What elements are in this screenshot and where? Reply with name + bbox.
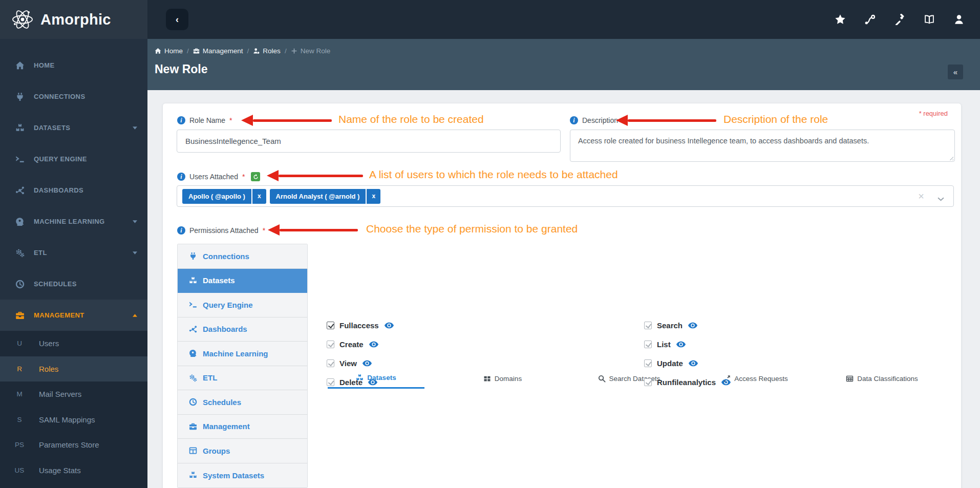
eye-icon[interactable] <box>721 379 731 386</box>
category-label: ETL <box>203 373 217 382</box>
sidebar-subitem-users[interactable]: U Users <box>0 331 147 356</box>
checkbox-checked-icon[interactable] <box>644 359 652 367</box>
info-icon[interactable]: i <box>177 173 185 181</box>
collapse-panel-button[interactable]: « <box>948 65 963 79</box>
user-tag: Arnold Analyst ( @arnold ) x <box>270 189 381 204</box>
tab-label: Access Requests <box>734 375 787 383</box>
category-label: Management <box>203 422 250 431</box>
boxes-icon <box>12 123 28 133</box>
refresh-users-icon[interactable] <box>251 172 260 181</box>
permission-option-delete: Delete <box>327 378 378 387</box>
search-icon <box>598 375 606 383</box>
permission-option-update: Update <box>644 359 698 368</box>
eye-icon[interactable] <box>688 360 698 367</box>
permission-option-runfileanalytics: Runfileanalytics <box>644 378 731 387</box>
plus-icon <box>291 48 297 54</box>
info-icon[interactable]: i <box>570 116 578 124</box>
sidebar-subitem-saml-mappings[interactable]: S SAML Mappings <box>0 407 147 433</box>
sidebar-item-connections[interactable]: CONNECTIONS <box>0 81 147 112</box>
sidebar-item-query-engine[interactable]: QUERY ENGINE <box>0 143 147 175</box>
checkbox-checked-icon[interactable] <box>644 341 652 348</box>
sidebar-subitem-usage-stats[interactable]: US Usage Stats <box>0 458 147 483</box>
sidebar-item-machine-learning[interactable]: MACHINE LEARNING <box>0 206 147 237</box>
sidebar-item-label: QUERY ENGINE <box>34 155 87 163</box>
permission-category-groups[interactable]: Groups <box>178 439 307 463</box>
clear-selection-icon[interactable]: × <box>918 191 924 201</box>
permission-option-list: List <box>644 340 686 349</box>
table-icon <box>846 375 854 383</box>
subitem-label: Parameters Store <box>39 440 99 449</box>
info-icon[interactable]: i <box>177 226 185 235</box>
permission-category-connections[interactable]: Connections <box>178 244 307 269</box>
book-icon[interactable] <box>924 14 935 25</box>
briefcase-icon <box>189 422 197 431</box>
permission-category-datasets[interactable]: Datasets <box>178 269 307 293</box>
breadcrumb-management[interactable]: Management <box>193 47 243 55</box>
sidebar-item-label: SCHEDULES <box>34 280 77 288</box>
eye-icon[interactable] <box>688 322 698 329</box>
permission-category-system-datasets[interactable]: System Datasets <box>178 463 307 488</box>
sidebar-collapse-button[interactable]: ‹ <box>166 9 188 30</box>
user-tag-label: Arnold Analyst ( @arnold ) <box>270 189 366 204</box>
gears-icon <box>12 248 28 258</box>
briefcase-icon <box>12 311 28 320</box>
sidebar-item-label: DASHBOARDS <box>34 186 83 194</box>
permission-category-dashboards[interactable]: Dashboards <box>178 317 307 342</box>
category-label: Query Engine <box>203 301 253 309</box>
tab-label: Domains <box>495 375 522 383</box>
page-title: New Role <box>155 62 208 76</box>
remove-tag-button[interactable]: x <box>366 189 380 204</box>
eye-icon[interactable] <box>676 341 686 348</box>
gavel-icon[interactable] <box>894 14 905 25</box>
eye-icon[interactable] <box>362 360 372 367</box>
sidebar-item-dashboards[interactable]: DASHBOARDS <box>0 175 147 206</box>
caret-down-icon <box>133 251 137 254</box>
boxes-icon <box>189 277 197 285</box>
tab-domains[interactable]: Domains <box>439 370 566 389</box>
ml-head-icon <box>189 349 197 357</box>
checkbox-checked-icon[interactable] <box>644 378 652 386</box>
checkbox-checked-icon[interactable] <box>327 359 334 367</box>
checkbox-checked-icon[interactable] <box>327 341 334 348</box>
category-label: Groups <box>203 447 230 455</box>
user-icon[interactable] <box>953 14 965 25</box>
route-icon[interactable] <box>864 14 876 25</box>
chevron-down-icon[interactable] <box>938 194 944 198</box>
info-icon[interactable]: i <box>177 116 185 124</box>
sidebar-item-etl[interactable]: ETL <box>0 237 147 268</box>
user-tag: Apollo ( @apollo ) x <box>182 189 266 204</box>
users-attached-select[interactable]: Apollo ( @apollo ) x Arnold Analyst ( @a… <box>177 185 954 207</box>
breadcrumb-home[interactable]: Home <box>155 47 183 55</box>
sidebar-subitem-mail-servers[interactable]: M Mail Servers <box>0 381 147 407</box>
annotation-text: Choose the type of permission to be gran… <box>366 223 578 235</box>
permission-category-etl[interactable]: ETL <box>178 366 307 391</box>
eye-icon[interactable] <box>384 322 394 329</box>
permission-category-management[interactable]: Management <box>178 415 307 439</box>
permission-option-search: Search <box>644 321 698 330</box>
permission-category-query-engine[interactable]: Query Engine <box>178 293 307 317</box>
checkbox-checked-icon[interactable] <box>327 322 334 329</box>
breadcrumb-separator: / <box>247 47 249 55</box>
breadcrumb-label: Home <box>164 47 183 55</box>
sidebar-subitem-roles[interactable]: R Roles <box>0 356 147 382</box>
remove-tag-button[interactable]: x <box>251 189 266 204</box>
description-textarea[interactable]: Access role created for business Intelle… <box>570 130 955 162</box>
sidebar-subitem-parameters-store[interactable]: PS Parameters Store <box>0 432 147 458</box>
breadcrumb-roles[interactable]: Roles <box>253 47 281 55</box>
sidebar-item-label: HOME <box>34 61 55 69</box>
caret-down-icon <box>133 126 137 130</box>
eye-icon[interactable] <box>369 341 379 348</box>
star-icon[interactable] <box>835 14 846 25</box>
checkbox-checked-icon[interactable] <box>327 378 334 386</box>
sidebar-item-management[interactable]: MANAGEMENT <box>0 300 147 331</box>
permission-category-schedules[interactable]: Schedules <box>178 390 307 415</box>
sidebar-item-schedules[interactable]: SCHEDULES <box>0 268 147 300</box>
checkbox-checked-icon[interactable] <box>644 322 652 329</box>
eye-icon[interactable] <box>368 379 378 386</box>
permission-category-machine-learning[interactable]: Machine Learning <box>178 342 307 366</box>
sidebar-item-datasets[interactable]: DATASETS <box>0 112 147 143</box>
role-name-input[interactable] <box>177 130 561 153</box>
tab-data-classifications[interactable]: Data Classifications <box>819 370 945 389</box>
sidebar-item-home[interactable]: HOME <box>0 50 147 81</box>
subitem-abbr: PS <box>0 441 39 449</box>
